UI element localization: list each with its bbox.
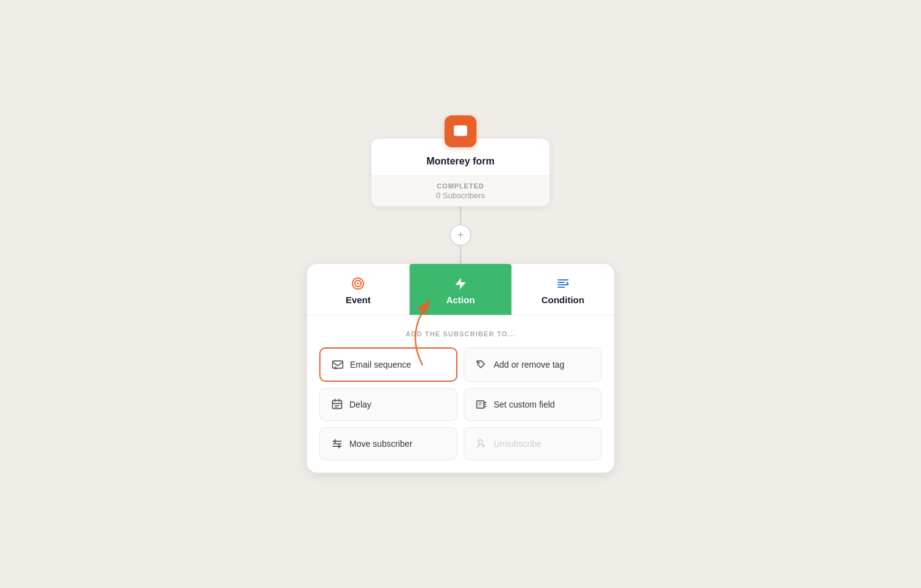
svg-point-5	[478, 362, 480, 364]
action-tab-icon	[453, 276, 468, 291]
add-remove-tag-button[interactable]: Add or remove tag	[464, 347, 602, 382]
move-subscriber-label: Move subscriber	[349, 439, 413, 449]
delay-label: Delay	[349, 400, 371, 409]
svg-rect-4	[333, 361, 343, 368]
action-panel: Event Action Condition	[307, 264, 614, 473]
tab-condition-label: Condition	[542, 295, 585, 305]
email-sequence-icon	[332, 358, 344, 371]
tab-row: Event Action Condition	[307, 264, 614, 315]
unsubscribe-label: Unsubscribe	[494, 439, 542, 449]
connector-line-2	[460, 246, 461, 264]
trigger-status: COMPLETED	[384, 182, 537, 190]
add-step-button[interactable]: +	[450, 225, 471, 246]
email-sequence-button[interactable]: Email sequence	[319, 347, 457, 382]
svg-point-3	[357, 283, 359, 285]
svg-rect-0	[454, 126, 467, 135]
section-title: ADD THE SUBSCRIBER TO...	[319, 330, 602, 338]
unsubscribe-icon	[475, 438, 488, 450]
trigger-subscribers: 0 Subscribers	[384, 191, 537, 200]
connector-line	[460, 206, 461, 225]
trigger-card[interactable]: Monterey form COMPLETED 0 Subscribers +	[371, 139, 550, 206]
custom-field-icon	[475, 398, 488, 411]
svg-point-8	[478, 439, 483, 444]
delay-button[interactable]: Delay	[319, 388, 457, 421]
trigger-title: Monterey form	[384, 156, 537, 167]
tab-action[interactable]: Action	[410, 264, 512, 315]
delay-icon	[331, 398, 343, 411]
unsubscribe-button: Unsubscribe	[464, 427, 602, 460]
set-custom-field-button[interactable]: Set custom field	[464, 388, 602, 421]
move-subscriber-button[interactable]: Move subscriber	[319, 427, 457, 460]
move-icon	[331, 438, 343, 450]
tab-condition[interactable]: Condition	[511, 264, 614, 315]
tab-event-label: Event	[346, 295, 371, 305]
action-grid: Email sequence Add or remove tag	[319, 347, 602, 460]
trigger-icon	[445, 115, 476, 147]
email-sequence-label: Email sequence	[350, 360, 411, 369]
event-tab-icon	[351, 276, 365, 291]
add-remove-tag-label: Add or remove tag	[494, 360, 564, 369]
svg-rect-7	[477, 401, 484, 408]
condition-tab-icon	[556, 276, 570, 291]
tab-event[interactable]: Event	[307, 264, 410, 315]
tab-action-label: Action	[446, 295, 475, 305]
panel-content: ADD THE SUBSCRIBER TO... Email sequence	[307, 315, 614, 473]
tag-icon	[475, 358, 488, 371]
set-custom-field-label: Set custom field	[494, 400, 555, 409]
